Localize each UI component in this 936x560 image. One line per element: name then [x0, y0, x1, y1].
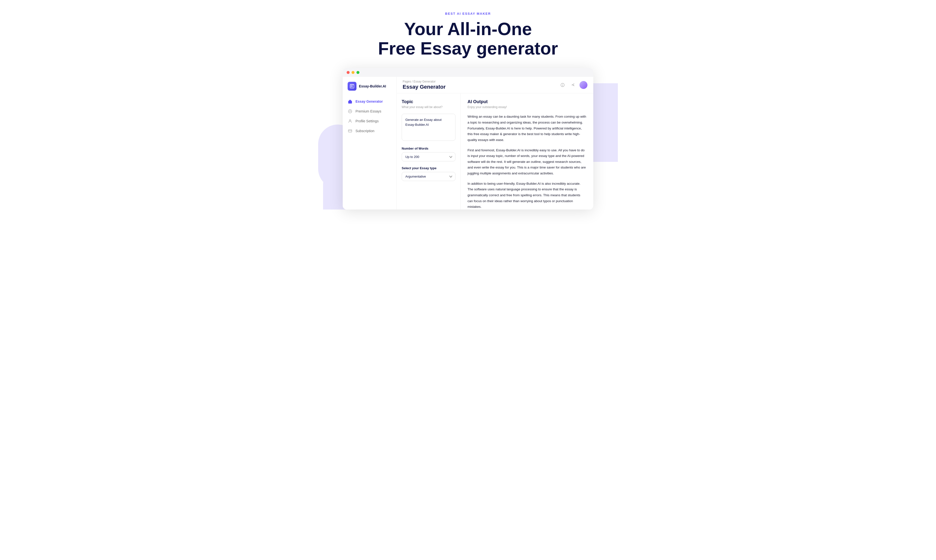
dot-yellow[interactable]: [351, 71, 354, 74]
output-subtitle: Enjoy your outstanding essay!: [468, 105, 587, 109]
topic-textarea[interactable]: Generate an Essay about Essay-Builder.AI: [402, 114, 456, 141]
svg-point-1: [348, 109, 352, 113]
essay-type-select[interactable]: Argumentative Descriptive Expository Nar…: [402, 172, 456, 181]
hero-title-line2: Free Essay generator: [378, 38, 558, 58]
topbar-actions: [559, 81, 587, 89]
sidebar-item-premium-essays[interactable]: Premium Essays: [343, 106, 397, 116]
output-text: Writing an essay can be a daunting task …: [468, 114, 587, 209]
app-wrapper: Essay-Builder.AI Essay Generator: [338, 68, 598, 219]
topbar-left: Pages / Essay Generator Essay Generator: [403, 80, 446, 90]
topic-section-title: Topic: [402, 99, 456, 105]
share-icon[interactable]: [569, 81, 577, 89]
sidebar: Essay-Builder.AI Essay Generator: [343, 77, 397, 209]
nav-label-premium-essays: Premium Essays: [356, 109, 381, 113]
dot-green[interactable]: [356, 71, 359, 74]
avatar-image: [580, 81, 587, 89]
subscription-icon: [348, 128, 353, 133]
main-panel: Topic What your essay will be about? Gen…: [397, 93, 593, 209]
words-select[interactable]: Up to 200 Up to 500 Up to 1000 Up to 200…: [402, 152, 456, 162]
page-title: Essay Generator: [403, 84, 446, 90]
svg-point-2: [349, 120, 351, 121]
avatar[interactable]: [580, 81, 587, 89]
svg-rect-3: [348, 130, 352, 132]
app-layout: Essay-Builder.AI Essay Generator: [343, 77, 593, 209]
sidebar-logo: Essay-Builder.AI: [343, 82, 397, 97]
output-title: AI Output: [468, 99, 587, 105]
hero-title-line1: Your All-in-One: [404, 19, 532, 39]
sidebar-item-subscription[interactable]: Subscription: [343, 126, 397, 136]
breadcrumb: Pages / Essay Generator: [403, 80, 446, 83]
sidebar-item-profile-settings[interactable]: Profile Settings: [343, 116, 397, 126]
svg-point-5: [562, 84, 563, 85]
nav-label-profile-settings: Profile Settings: [356, 119, 379, 123]
hero-title: Your All-in-One Free Essay generator: [5, 19, 931, 58]
crown-icon: [348, 109, 353, 114]
app-window: Essay-Builder.AI Essay Generator: [343, 68, 593, 209]
form-panel: Topic What your essay will be about? Gen…: [397, 93, 460, 209]
title-bar: [343, 68, 593, 77]
profile-icon: [348, 118, 353, 123]
top-bar: Pages / Essay Generator Essay Generator: [397, 77, 593, 93]
home-icon: [348, 99, 353, 104]
nav-label-essay-generator: Essay Generator: [356, 100, 383, 103]
output-panel: AI Output Enjoy your outstanding essay! …: [460, 93, 593, 209]
essay-type-label: Select your Essay type: [402, 166, 456, 170]
nav-label-subscription: Subscription: [356, 129, 374, 133]
dot-red[interactable]: [346, 71, 349, 74]
words-label: Number of Words: [402, 147, 456, 150]
words-group: Number of Words Up to 200 Up to 500 Up t…: [402, 147, 456, 162]
output-para-1: Writing an essay can be a daunting task …: [468, 114, 587, 143]
info-icon[interactable]: [559, 81, 566, 89]
output-para-3: In addition to being user-friendly, Essa…: [468, 181, 587, 210]
sidebar-item-essay-generator[interactable]: Essay Generator: [343, 97, 397, 106]
essay-type-group: Select your Essay type Argumentative Des…: [402, 166, 456, 181]
hero-badge: BEST AI ESSAY MAKER: [5, 12, 931, 15]
topic-section-subtitle: What your essay will be about?: [402, 105, 456, 109]
hero-section: BEST AI ESSAY MAKER Your All-in-One Free…: [0, 0, 936, 68]
output-para-2: First and foremost, Essay-Builder.AI is …: [468, 148, 587, 176]
sidebar-nav: Essay Generator Premium Essays: [343, 97, 397, 136]
logo-icon: [348, 82, 356, 91]
logo-text: Essay-Builder.AI: [359, 84, 386, 88]
content-area: Pages / Essay Generator Essay Generator: [397, 77, 593, 209]
